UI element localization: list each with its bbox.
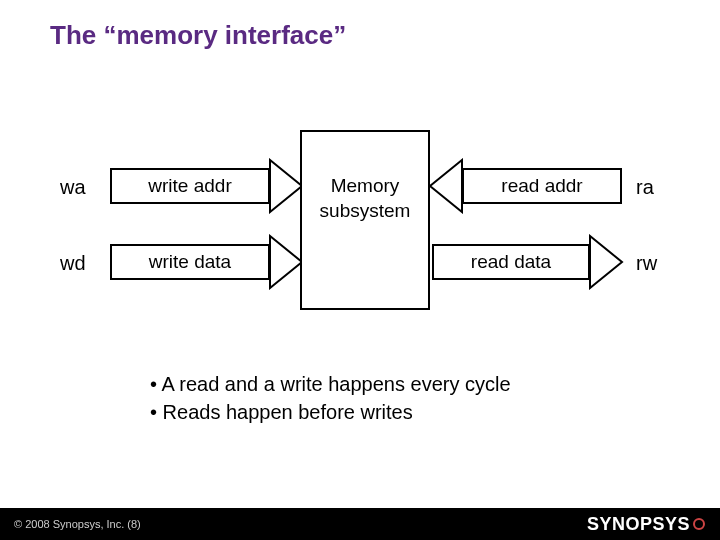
read-data-text: read data — [471, 251, 551, 273]
svg-marker-3 — [590, 236, 622, 288]
svg-marker-1 — [270, 236, 302, 288]
svg-marker-2 — [430, 160, 462, 212]
write-addr-arrow: write addr — [110, 168, 270, 204]
logo-text: SYNOPSYS — [587, 514, 690, 535]
memory-interface-diagram: wa wd ra rw write addr write data Memory… — [0, 120, 720, 340]
memory-line2: subsystem — [302, 199, 428, 224]
read-addr-arrow: read addr — [462, 168, 622, 204]
memory-subsystem-box: Memory subsystem — [300, 130, 430, 310]
bullet-list: A read and a write happens every cycle R… — [150, 370, 511, 426]
arrowhead-right-icon — [588, 234, 624, 290]
arrowhead-left-icon — [428, 158, 464, 214]
write-data-arrow: write data — [110, 244, 270, 280]
port-rw-label: rw — [636, 252, 657, 275]
copyright-text: © 2008 Synopsys, Inc. (8) — [14, 518, 141, 530]
write-addr-text: write addr — [148, 175, 231, 197]
bullet-1: A read and a write happens every cycle — [150, 370, 511, 398]
read-data-arrow: read data — [432, 244, 590, 280]
svg-marker-0 — [270, 160, 302, 212]
memory-line1: Memory — [302, 174, 428, 199]
bullet-2: Reads happen before writes — [150, 398, 511, 426]
svg-point-4 — [694, 519, 704, 529]
port-wd-label: wd — [60, 252, 86, 275]
slide-title: The “memory interface” — [50, 20, 346, 51]
arrowhead-right-icon — [268, 234, 304, 290]
port-ra-label: ra — [636, 176, 654, 199]
port-wa-label: wa — [60, 176, 86, 199]
arrowhead-right-icon — [268, 158, 304, 214]
synopsys-logo: SYNOPSYS — [587, 514, 706, 535]
slide-footer: © 2008 Synopsys, Inc. (8) SYNOPSYS — [0, 508, 720, 540]
write-data-text: write data — [149, 251, 231, 273]
read-addr-text: read addr — [501, 175, 582, 197]
logo-mark-icon — [692, 517, 706, 531]
